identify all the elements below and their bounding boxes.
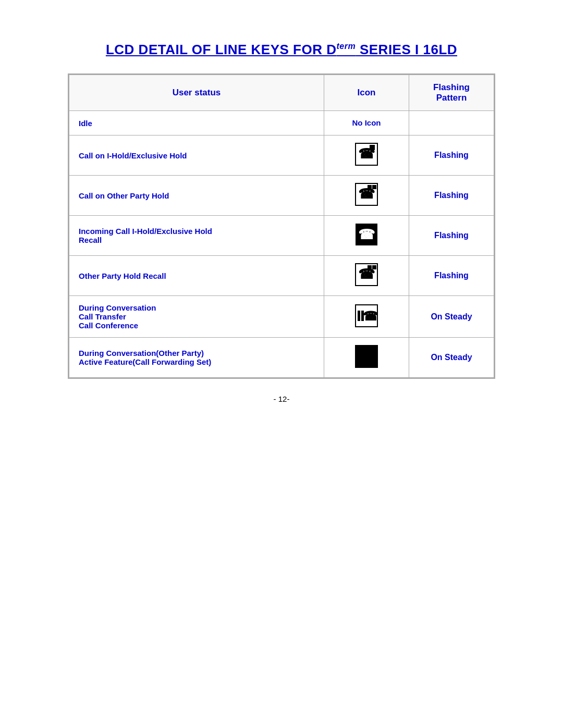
pattern-other-hold-recall: Flashing xyxy=(409,256,494,296)
icon-conversation: ☎ xyxy=(324,296,409,338)
icon-no-icon: No Icon xyxy=(324,111,409,135)
pattern-incoming-recall: Flashing xyxy=(409,216,494,256)
page-number: - 12- xyxy=(274,394,290,403)
table-row: Incoming Call I-Hold/Exclusive Hold Reca… xyxy=(69,216,494,256)
icon-incoming-recall: ☎ xyxy=(324,216,409,256)
status-idle: Idle xyxy=(69,111,324,135)
page-title: LCD DETAIL OF LINE KEYS FOR Dterm SERIES… xyxy=(106,42,457,58)
svg-text:☎: ☎ xyxy=(358,227,375,242)
table-row: Idle No Icon xyxy=(69,111,494,135)
header-icon: Icon xyxy=(324,75,409,111)
status-ihold: Call on I-Hold/Exclusive Hold xyxy=(69,135,324,176)
pattern-conversation: On Steady xyxy=(409,296,494,338)
pattern-ihold: Flashing xyxy=(409,135,494,176)
no-icon-text: No Icon xyxy=(352,118,381,127)
table-row: During Conversation(Other Party) Active … xyxy=(69,338,494,378)
solid-black-box-icon xyxy=(355,345,378,368)
header-user-status: User status xyxy=(69,75,324,111)
pattern-other-party-active: On Steady xyxy=(409,338,494,378)
status-other-party-active: During Conversation(Other Party) Active … xyxy=(69,338,324,378)
pattern-other-hold: Flashing xyxy=(409,176,494,216)
table-row: Call on I-Hold/Exclusive Hold ☎ Flashing xyxy=(69,135,494,176)
status-other-hold-recall: Other Party Hold Recall xyxy=(69,256,324,296)
icon-other-hold-recall: ☎ xyxy=(324,256,409,296)
svg-rect-11 xyxy=(368,265,372,269)
svg-rect-6 xyxy=(372,185,376,189)
main-table: User status Icon Flashing Pattern Idle N… xyxy=(68,73,495,379)
status-other-hold: Call on Other Party Hold xyxy=(69,176,324,216)
table-row: Call on Other Party Hold ☎ Flashing xyxy=(69,176,494,216)
svg-rect-5 xyxy=(368,185,372,189)
svg-rect-12 xyxy=(372,265,376,269)
icon-other-hold: ☎ xyxy=(324,176,409,216)
table-row: Other Party Hold Recall ☎ Flashing xyxy=(69,256,494,296)
phone-incoming-icon: ☎ xyxy=(355,223,378,246)
phone-hold-recall-icon: ☎ xyxy=(355,263,378,286)
icon-ihold: ☎ xyxy=(324,135,409,176)
table-row: During Conversation Call Transfer Call C… xyxy=(69,296,494,338)
phone-conversation-icon: ☎ xyxy=(355,304,378,327)
header-flashing-pattern: Flashing Pattern xyxy=(409,75,494,111)
svg-rect-14 xyxy=(358,311,360,321)
status-incoming-recall: Incoming Call I-Hold/Exclusive Hold Reca… xyxy=(69,216,324,256)
phone-hold2-icon: ☎ xyxy=(355,183,378,206)
svg-text:☎: ☎ xyxy=(363,310,378,323)
pattern-idle xyxy=(409,111,494,135)
svg-rect-2 xyxy=(370,145,375,150)
status-conversation: During Conversation Call Transfer Call C… xyxy=(69,296,324,338)
icon-solid-black xyxy=(324,338,409,378)
phone-hold1-icon: ☎ xyxy=(355,143,378,166)
